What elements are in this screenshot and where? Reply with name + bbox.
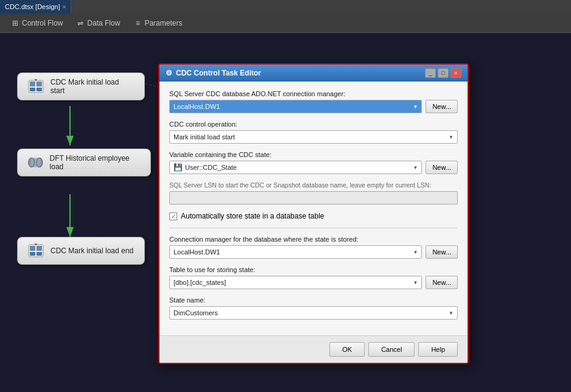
node-dft[interactable]: DFT Historical employee load <box>17 149 151 177</box>
node-cdc-start[interactable]: CDC Mark initial load start <box>17 72 145 100</box>
dialog-maximize-btn[interactable]: □ <box>438 68 449 78</box>
tab-close-btn[interactable]: × <box>62 4 66 10</box>
node-cdc-end[interactable]: CDC Mark initial load end <box>17 237 145 265</box>
connection-manager-new-btn[interactable]: New... <box>426 100 458 113</box>
svg-rect-16 <box>37 246 42 251</box>
state-name-select[interactable]: DimCustomers ▼ <box>169 306 458 320</box>
state-name-row: State name: DimCustomers ▼ <box>169 296 458 320</box>
svg-rect-7 <box>30 88 35 91</box>
tab-label: CDC.dtsx [Design] <box>5 3 60 10</box>
svg-rect-5 <box>30 82 35 86</box>
table-label: Table to use for storing state: <box>169 266 458 273</box>
table-value: [dbo].[cdc_states] <box>173 279 226 286</box>
nav-tab-control-flow[interactable]: ⊞ Control Flow <box>5 16 69 30</box>
cdc-operation-arrow: ▼ <box>449 135 454 140</box>
svg-rect-6 <box>37 82 42 86</box>
node-cdc-start-label: CDC Mark initial load start <box>51 78 135 95</box>
table-row: Table to use for storing state: [dbo].[c… <box>169 266 458 289</box>
connection-manager-arrow: ▼ <box>413 104 418 110</box>
state-connection-input-group: LocalHost.DW1 ▼ New... <box>169 245 458 259</box>
variable-new-btn[interactable]: New... <box>426 161 458 174</box>
nav-bar: ⊞ Control Flow ⇌ Data Flow ≡ Parameters <box>0 13 571 33</box>
state-connection-new-btn[interactable]: New... <box>426 245 458 259</box>
cdc-end-icon <box>27 242 44 259</box>
connection-manager-label: SQL Server CDC database ADO.NET connecti… <box>169 90 458 97</box>
dialog-window-controls: _ □ × <box>425 68 461 78</box>
design-canvas: CDC Mark initial load start DFT Historic… <box>0 33 571 392</box>
data-flow-icon: ⇌ <box>76 19 85 27</box>
table-arrow: ▼ <box>413 280 418 285</box>
svg-rect-8 <box>37 88 42 91</box>
cancel-button[interactable]: Cancel <box>368 342 415 357</box>
dialog-body: SQL Server CDC database ADO.NET connecti… <box>159 82 468 335</box>
dialog-title-text: CDC Control Task Editor <box>176 69 261 77</box>
state-name-value: DimCustomers <box>173 309 218 317</box>
cdc-operation-label: CDC control operation: <box>169 121 458 128</box>
node-cdc-end-label: CDC Mark initial load end <box>51 247 133 255</box>
dft-icon <box>27 154 44 171</box>
parameters-label: Parameters <box>144 19 182 27</box>
cdc-control-task-editor-dialog[interactable]: ⚙ CDC Control Task Editor _ □ × SQL Serv… <box>158 63 469 364</box>
lsn-input[interactable] <box>169 191 458 205</box>
table-select[interactable]: [dbo].[cdc_states] ▼ <box>169 276 422 289</box>
table-input-group: [dbo].[cdc_states] ▼ New... <box>169 276 458 289</box>
connection-manager-row: SQL Server CDC database ADO.NET connecti… <box>169 90 458 113</box>
control-flow-label: Control Flow <box>22 19 63 27</box>
cdc-operation-select[interactable]: Mark initial load start ▼ <box>169 130 458 144</box>
connection-manager-select[interactable]: LocalHost.DW1 ▼ <box>169 100 422 113</box>
dialog-footer: OK Cancel Help <box>159 335 468 363</box>
dialog-title-bar: ⚙ CDC Control Task Editor _ □ × <box>159 65 468 82</box>
data-flow-label: Data Flow <box>87 19 120 27</box>
variable-icon: 💾 <box>173 163 183 172</box>
cdc-operation-value: Mark initial load start <box>173 133 235 141</box>
variable-label: Variable containing the CDC state: <box>169 151 458 158</box>
table-new-btn[interactable]: New... <box>426 276 458 289</box>
connection-manager-input-group: LocalHost.DW1 ▼ New... <box>169 100 458 113</box>
connection-manager-value: LocalHost.DW1 <box>173 103 220 110</box>
cdc-start-icon <box>27 78 44 95</box>
dialog-title-icon: ⚙ <box>166 69 172 77</box>
variable-select[interactable]: 💾 User::CDC_State ▼ <box>169 161 422 174</box>
cdc-operation-row: CDC control operation: Mark initial load… <box>169 121 458 144</box>
state-connection-arrow: ▼ <box>413 250 418 255</box>
section-divider <box>169 228 458 228</box>
variable-input-group: 💾 User::CDC_State ▼ New... <box>169 161 458 174</box>
state-connection-row: Connection manager for the database wher… <box>169 236 458 259</box>
variable-arrow: ▼ <box>413 165 418 170</box>
svg-rect-11 <box>32 158 40 167</box>
state-name-arrow: ▼ <box>449 310 454 316</box>
ok-button[interactable]: OK <box>329 342 365 357</box>
nav-tab-data-flow[interactable]: ⇌ Data Flow <box>70 16 126 30</box>
auto-store-checkbox[interactable]: ✓ <box>169 212 177 220</box>
svg-rect-17 <box>30 252 35 256</box>
nav-tab-parameters[interactable]: ≡ Parameters <box>127 16 188 30</box>
svg-rect-15 <box>30 246 35 251</box>
state-connection-value: LocalHost.DW1 <box>173 248 220 256</box>
dialog-close-btn[interactable]: × <box>450 68 461 78</box>
control-flow-icon: ⊞ <box>11 19 19 27</box>
variable-row: Variable containing the CDC state: 💾 Use… <box>169 151 458 174</box>
lsn-row: SQL Server LSN to start the CDC or Snaps… <box>169 181 458 205</box>
parameters-icon: ≡ <box>133 19 142 27</box>
auto-store-label: Automatically store state in a database … <box>181 212 324 220</box>
dialog-title: ⚙ CDC Control Task Editor <box>166 69 261 77</box>
dialog-minimize-btn[interactable]: _ <box>425 68 436 78</box>
svg-rect-18 <box>37 252 42 256</box>
state-name-label: State name: <box>169 296 458 304</box>
tab-bar: CDC.dtsx [Design] × <box>0 0 571 13</box>
help-button[interactable]: Help <box>418 342 458 357</box>
state-connection-select[interactable]: LocalHost.DW1 ▼ <box>169 245 422 259</box>
lsn-label: SQL Server LSN to start the CDC or Snaps… <box>169 181 458 189</box>
auto-store-checkbox-row[interactable]: ✓ Automatically store state in a databas… <box>169 212 458 220</box>
node-dft-label: DFT Historical employee load <box>50 154 141 171</box>
variable-value: User::CDC_State <box>185 164 237 171</box>
state-connection-label: Connection manager for the database wher… <box>169 236 458 243</box>
tab-cdc[interactable]: CDC.dtsx [Design] × <box>0 0 71 13</box>
